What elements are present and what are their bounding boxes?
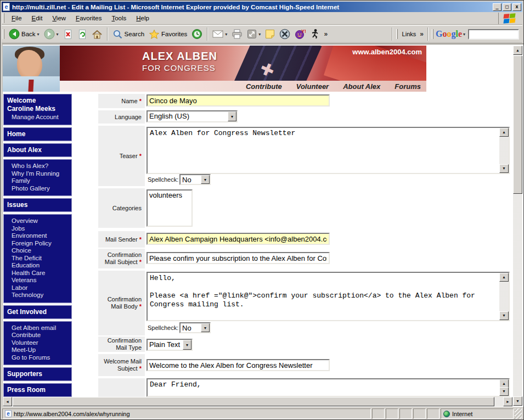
forward-dropdown-icon[interactable]: ▾ — [57, 32, 59, 37]
menu-file[interactable]: File — [7, 13, 27, 23]
sidebar-item-overview[interactable]: Overview — [12, 217, 70, 225]
sidebar-item-technology[interactable]: Technology — [12, 292, 70, 299]
language-select[interactable]: English (US) ▾ — [147, 110, 238, 122]
aim-button[interactable] — [308, 27, 322, 41]
sidebar-item-volunteer[interactable]: Volunteer — [12, 339, 70, 347]
toolbar-overflow-chevron[interactable]: » — [322, 30, 329, 38]
horizontal-scrollbar[interactable]: ◄ ► — [3, 397, 512, 406]
home-button[interactable] — [89, 28, 105, 41]
sidebar-item-family[interactable]: Family — [12, 177, 70, 185]
vertical-scrollbar[interactable]: ▲ ▼ — [513, 46, 522, 406]
favorites-button[interactable]: Favorites — [147, 28, 189, 41]
sidebar-header-press-room[interactable]: Press Room — [3, 383, 72, 397]
categories-list-item[interactable]: volunteers — [149, 191, 182, 199]
mail-dropdown-icon[interactable]: ▾ — [225, 32, 227, 37]
banner-nav-contribute[interactable]: Contribute — [246, 82, 282, 91]
links-chevron[interactable]: » — [418, 30, 425, 38]
scroll-right-icon[interactable]: ► — [503, 397, 512, 406]
banner-nav-forums[interactable]: Forums — [395, 82, 421, 91]
toolbar-grip[interactable] — [3, 29, 4, 39]
categories-listbox[interactable]: volunteers — [147, 189, 193, 227]
teaser-textarea[interactable]: Alex Alben for Congress Newsletter — [148, 128, 499, 173]
sidebar-header-issues[interactable]: Issues — [3, 198, 72, 212]
welcome-mail-body-textarea[interactable]: Dear Friend, — [148, 379, 499, 396]
sidebar-item-environment[interactable]: Environment — [12, 232, 70, 240]
scroll-down-icon[interactable]: ▼ — [513, 396, 522, 406]
google-dropdown-icon[interactable]: ▾ — [463, 32, 465, 37]
sidebar-item-the-deficit[interactable]: The Deficit — [12, 255, 70, 262]
toolbar-grip[interactable] — [3, 13, 4, 23]
welcome-body-scrollbar[interactable]: ▲ ▼ — [499, 379, 509, 396]
menu-view[interactable]: View — [47, 13, 71, 23]
toolbar-grip[interactable] — [432, 29, 433, 39]
stop-button[interactable] — [61, 28, 75, 41]
name-input[interactable] — [147, 94, 330, 107]
scroll-up-icon[interactable]: ▲ — [513, 46, 522, 55]
toolbar-grip[interactable] — [396, 29, 398, 39]
conf-mail-type-select[interactable]: Plain Text ▾ — [147, 339, 193, 351]
scroll-down-icon[interactable]: ▼ — [499, 311, 509, 320]
mail-button[interactable]: ▾ — [210, 29, 229, 40]
horizontal-scrollbar-thumb[interactable] — [13, 397, 494, 406]
dropdown-arrow-icon[interactable]: ▾ — [201, 323, 210, 332]
sidebar-item-who-is-alex[interactable]: Who Is Alex? — [12, 163, 70, 170]
dropdown-arrow-icon[interactable]: ▾ — [183, 340, 191, 350]
refresh-button[interactable] — [75, 28, 89, 41]
menu-help[interactable]: Help — [131, 13, 154, 23]
sidebar-item-veterans[interactable]: Veterans — [12, 277, 70, 284]
sidebar-item-jobs[interactable]: Jobs — [12, 225, 70, 233]
sidebar-item-why-im-running[interactable]: Why I'm Running — [12, 170, 70, 178]
banner-nav-about-alex[interactable]: About Alex — [343, 82, 380, 91]
teaser-scrollbar[interactable]: ▲ ▼ — [499, 128, 509, 173]
discuss-button[interactable] — [263, 28, 277, 40]
sidebar-item-health-care[interactable]: Health Care — [12, 270, 70, 277]
scroll-left-icon[interactable]: ◄ — [3, 397, 12, 406]
back-dropdown-icon[interactable]: ▾ — [37, 32, 40, 37]
sidebar-item-education[interactable]: Education — [12, 262, 70, 270]
dropdown-arrow-icon[interactable]: ▾ — [228, 111, 236, 121]
yahoo-messenger-button[interactable]: Y! — [292, 27, 308, 41]
dropdown-arrow-icon[interactable]: ▾ — [201, 175, 210, 184]
conf-body-spellcheck-select[interactable]: No ▾ — [179, 322, 211, 333]
search-button[interactable]: Search — [110, 28, 147, 41]
conf-mail-subject-input[interactable] — [147, 252, 330, 264]
scroll-up-icon[interactable]: ▲ — [499, 273, 509, 282]
sidebar-header-supporters[interactable]: Supporters — [3, 367, 72, 381]
minimize-button[interactable]: _ — [493, 3, 502, 11]
scroll-down-icon[interactable]: ▼ — [499, 164, 509, 173]
google-search-input[interactable] — [468, 29, 519, 40]
conf-mail-body-textarea[interactable]: Hello, Please <a href ="@link@">confirm … — [148, 273, 499, 320]
sidebar-item-manage-account[interactable]: Manage Account — [7, 113, 68, 121]
print-button[interactable] — [229, 28, 245, 40]
sidebar-item-choice[interactable]: Choice — [12, 247, 70, 255]
menu-edit[interactable]: Edit — [27, 13, 48, 23]
mail-sender-input[interactable] — [147, 233, 330, 245]
sidebar-item-contribute[interactable]: Contribute — [12, 332, 70, 339]
scroll-down-icon[interactable]: ▼ — [499, 387, 509, 396]
scroll-up-icon[interactable]: ▲ — [499, 128, 509, 137]
vertical-scrollbar-thumb[interactable] — [513, 55, 522, 194]
teaser-spellcheck-select[interactable]: No ▾ — [179, 174, 211, 185]
maximize-button[interactable]: □ — [503, 3, 511, 11]
plugin-circle-button[interactable] — [277, 27, 292, 41]
back-button[interactable]: Back ▾ — [7, 27, 42, 41]
sidebar-item-meet-up[interactable]: Meet-Up — [12, 346, 70, 354]
edit-dropdown-icon[interactable]: ▾ — [258, 32, 261, 37]
sidebar-item-home[interactable]: Home — [3, 127, 72, 141]
menu-favorites[interactable]: Favorites — [71, 13, 106, 23]
banner-nav-volunteer[interactable]: Volunteer — [296, 82, 329, 91]
close-button[interactable]: x — [512, 3, 521, 11]
resize-grip[interactable] — [515, 408, 522, 419]
history-button[interactable] — [189, 27, 205, 41]
sidebar-item-photo-gallery[interactable]: Photo Gallery — [12, 185, 70, 193]
menu-tools[interactable]: Tools — [106, 13, 131, 23]
sidebar-item-labor[interactable]: Labor — [12, 284, 70, 292]
forward-button[interactable]: ▾ — [42, 27, 61, 41]
sidebar-item-get-alben-email[interactable]: Get Alben email — [12, 324, 70, 332]
welcome-mail-subject-input[interactable] — [147, 359, 330, 371]
sidebar-item-foreign-policy[interactable]: Foreign Policy — [12, 240, 70, 248]
sidebar-header-get-involved[interactable]: Get Involved — [3, 305, 72, 319]
sidebar-item-go-to-forums[interactable]: Go to Forums — [12, 354, 70, 362]
sidebar-header-about-alex[interactable]: About Alex — [3, 143, 72, 157]
edit-button[interactable]: ▾ — [245, 28, 263, 40]
